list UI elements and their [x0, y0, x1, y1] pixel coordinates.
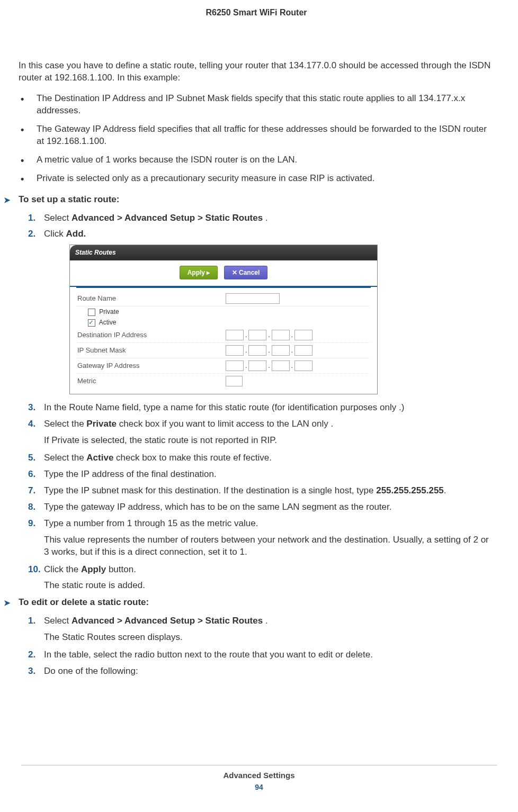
step-text: . [263, 213, 267, 223]
step-number: 1. [28, 212, 35, 224]
subnet-label: IP Subnet Mask [77, 346, 226, 355]
ip-octet-input[interactable] [226, 360, 244, 371]
step-sub-note: This value represents the number of rout… [44, 534, 494, 558]
step-number: 5. [28, 452, 35, 464]
step-1: 1. Select Advanced > Advanced Setup > St… [28, 212, 494, 224]
step-text: button. [106, 564, 136, 574]
edit-step-2: 2. In the table, select the radio button… [28, 649, 494, 661]
ip-octet-input[interactable] [272, 345, 290, 356]
step-text: check box if you want to limit access to… [117, 419, 333, 429]
task-title: To set up a static route: [19, 194, 120, 204]
step-number: 1. [28, 615, 35, 627]
step-text: Select the [44, 453, 86, 463]
task-arrow-icon: ➤ [4, 195, 11, 205]
metric-input[interactable] [226, 376, 243, 386]
screenshot-form: Route Name Private Active Destination IP… [70, 287, 377, 394]
edit-step-1: 1. Select Advanced > Advanced Setup > St… [28, 615, 494, 644]
intro-paragraph: In this case you have to define a static… [19, 60, 494, 84]
step-number: 8. [28, 501, 35, 513]
edit-delete-steps-list: 1. Select Advanced > Advanced Setup > St… [28, 615, 494, 678]
step-number: 10. [28, 564, 41, 576]
bullet-item: A metric value of 1 works because the IS… [19, 154, 494, 166]
step-sub-note: If Private is selected, the static route… [44, 435, 494, 447]
private-row: Private [77, 306, 370, 317]
step-sub-note: The static route is added. [44, 580, 494, 592]
step-bold: Add. [66, 229, 86, 239]
step-text: Select [44, 616, 72, 626]
dest-ip-label: Destination IP Address [77, 330, 226, 340]
step-8: 8. Type the gateway IP address, which ha… [28, 501, 494, 513]
footer-section-label: Advanced Settings [21, 771, 497, 780]
active-label: Active [99, 319, 117, 326]
ip-octet-input[interactable] [294, 345, 312, 356]
step-bold: Private [86, 419, 117, 429]
ip-octet-input[interactable] [248, 345, 266, 356]
ip-octet-input[interactable] [226, 330, 244, 340]
step-text: Select [44, 213, 72, 223]
step-text: Click [44, 229, 66, 239]
step-text: Type the gateway IP address, which has t… [44, 502, 391, 512]
route-name-input[interactable] [226, 293, 280, 304]
step-number: 3. [28, 402, 35, 414]
step-text: Do one of the following: [44, 666, 138, 676]
bullet-item: Private is selected only as a precaution… [19, 173, 494, 185]
footer-page-number: 94 [21, 783, 497, 791]
screenshot-title-bar: Static Routes [70, 245, 377, 260]
bullet-item: The Destination IP Address and IP Subnet… [19, 93, 494, 117]
ip-octet-input[interactable] [294, 330, 312, 340]
step-text: . [263, 616, 267, 626]
step-6: 6. Type the IP address of the final dest… [28, 468, 494, 481]
step-sub-note: The Static Routes screen displays. [44, 631, 494, 644]
step-number: 2. [28, 228, 35, 240]
step-number: 4. [28, 418, 35, 430]
task-heading-setup: ➤ To set up a static route: [19, 194, 494, 205]
setup-steps-list: 1. Select Advanced > Advanced Setup > St… [28, 212, 494, 592]
subnet-row: IP Subnet Mask . . . [77, 343, 370, 358]
private-label: Private [99, 308, 119, 315]
step-bold: Active [86, 453, 113, 463]
step-5: 5. Select the Active check box to make t… [28, 452, 494, 464]
step-text: Type the IP subnet mask for this destina… [44, 485, 376, 495]
gateway-row: Gateway IP Address . . . [77, 358, 370, 374]
step-number: 6. [28, 468, 35, 481]
step-9: 9. Type a number from 1 through 15 as th… [28, 518, 494, 558]
ip-octet-input[interactable] [248, 360, 266, 371]
route-name-label: Route Name [77, 294, 226, 303]
bullet-item: The Gateway IP Address field specifies t… [19, 123, 494, 148]
step-number: 2. [28, 649, 35, 661]
task-title: To edit or delete a static route: [19, 597, 149, 607]
ip-octet-input[interactable] [272, 330, 290, 340]
step-bold: Advanced > Advanced Setup > Static Route… [72, 213, 263, 223]
page-header-title: R6250 Smart WiFi Router [19, 8, 494, 17]
private-checkbox[interactable] [88, 309, 95, 316]
task-heading-edit-delete: ➤ To edit or delete a static route: [19, 597, 494, 608]
step-bold: Apply [81, 564, 106, 574]
metric-label: Metric [77, 376, 226, 386]
ip-octet-input[interactable] [226, 345, 244, 356]
ip-octet-input[interactable] [294, 360, 312, 371]
edit-step-3: 3. Do one of the following: [28, 665, 494, 678]
dest-ip-row: Destination IP Address . . . [77, 328, 370, 343]
active-checkbox[interactable] [88, 319, 95, 327]
step-bold: 255.255.255.255 [376, 485, 444, 495]
screenshot-button-row: Apply ▸ ✕ Cancel [70, 260, 377, 287]
step-text: check box to make this route ef fective. [113, 453, 272, 463]
step-text: Type the IP address of the final destina… [44, 469, 217, 479]
route-name-row: Route Name [77, 291, 370, 306]
page-footer: Advanced Settings 94 [21, 765, 497, 791]
step-number: 3. [28, 665, 35, 678]
ip-octet-input[interactable] [248, 330, 266, 340]
step-7: 7. Type the IP subnet mask for this dest… [28, 485, 494, 497]
step-10: 10. Click the Apply button. The static r… [28, 564, 494, 592]
step-text: Click the [44, 564, 81, 574]
step-bold: Advanced > Advanced Setup > Static Route… [72, 616, 263, 626]
step-text: . [444, 485, 446, 495]
ip-octet-input[interactable] [272, 360, 290, 371]
step-number: 9. [28, 518, 35, 530]
step-4: 4. Select the Private check box if you w… [28, 418, 494, 447]
step-text: Select the [44, 419, 86, 429]
apply-button[interactable]: Apply ▸ [180, 266, 218, 279]
step-2: 2. Click Add. Static Routes Apply ▸ ✕ Ca… [28, 228, 494, 394]
cancel-button[interactable]: ✕ Cancel [224, 266, 268, 279]
step-3: 3. In the Route Name field, type a name … [28, 402, 494, 414]
